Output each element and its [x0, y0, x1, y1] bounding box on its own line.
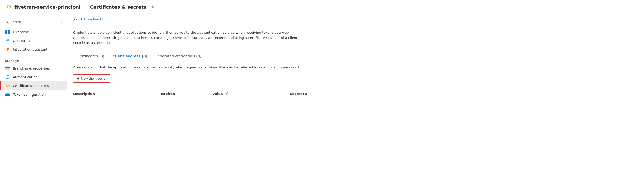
top-bar: fivetran-service-principal | Certificate… — [0, 0, 644, 14]
feedback-bar: Got feedback? — [67, 14, 644, 24]
sidebar-item-quickstart[interactable]: Quickstart — [0, 36, 67, 45]
svg-rect-10 — [5, 93, 10, 94]
svg-rect-4 — [5, 67, 10, 68]
feedback-person-icon — [73, 17, 77, 21]
app-name: fivetran-service-principal — [14, 4, 80, 10]
svg-point-1 — [6, 21, 8, 23]
refresh-icon — [5, 75, 10, 79]
main-layout: « Overview Quickstart — [0, 14, 644, 191]
tab-client-secrets[interactable]: Client secrets (0) — [108, 51, 152, 61]
sidebar-item-label: Integration assistant — [13, 48, 47, 51]
svg-rect-11 — [5, 94, 10, 95]
sidebar-search-row: « — [0, 16, 67, 28]
table-header-row: Description Expires Value i Secret ID — [73, 90, 638, 98]
col-header-value: Value i — [212, 92, 290, 96]
card-icon — [5, 66, 10, 71]
sidebar-item-token[interactable]: Token configuration — [0, 90, 67, 99]
search-box[interactable] — [3, 19, 57, 25]
col-header-expires: Expires — [161, 92, 212, 96]
svg-point-6 — [7, 85, 7, 86]
grid-icon — [5, 30, 10, 34]
content-area: Got feedback? Credentials enable confide… — [67, 14, 644, 191]
key-icon — [5, 4, 11, 11]
bars-icon — [5, 92, 10, 97]
sidebar-item-authentication[interactable]: Authentication — [0, 73, 67, 81]
new-client-secret-label: New client secret — [81, 76, 106, 80]
tab-description-text: A secret string that the application use… — [73, 65, 305, 69]
sidebar: « Overview Quickstart — [0, 14, 67, 191]
page-title: Certificates & secrets — [90, 4, 146, 10]
sidebar-item-branding[interactable]: Branding & properties — [0, 64, 67, 73]
feedback-text[interactable]: Got feedback? — [79, 17, 104, 21]
more-options-icon[interactable]: ··· — [160, 5, 164, 10]
tab-federated-credentials[interactable]: Federated credentials (0) — [152, 51, 205, 61]
value-info-icon[interactable]: i — [225, 92, 228, 96]
svg-line-2 — [8, 23, 9, 24]
key-nav-icon — [5, 83, 10, 88]
pin-icon[interactable] — [152, 5, 156, 10]
col-header-secret-id: Secret ID — [290, 92, 638, 96]
rocket-icon — [5, 47, 10, 52]
title-separator: | — [85, 5, 86, 9]
content-body: Credentials enable confidential applicat… — [67, 24, 644, 104]
credentials-description: Credentials enable confidential applicat… — [73, 30, 305, 45]
sidebar-item-certificates[interactable]: Certificates & secrets — [0, 81, 67, 90]
svg-rect-12 — [5, 95, 10, 96]
sidebar-item-label: Token configuration — [13, 93, 46, 97]
sidebar-item-label: Branding & properties — [13, 66, 50, 70]
plus-icon: + — [77, 76, 79, 81]
collapse-sidebar-button[interactable]: « — [59, 19, 64, 25]
sidebar-divider — [3, 55, 64, 55]
tabs-row: Certificates (0) Client secrets (0) Fede… — [73, 51, 638, 61]
sidebar-item-integration[interactable]: Integration assistant — [0, 45, 67, 54]
sidebar-item-label: Quickstart — [13, 39, 30, 43]
tab-certificates[interactable]: Certificates (0) — [73, 51, 108, 61]
manage-section-label: Manage — [0, 56, 67, 64]
col-header-description: Description — [73, 92, 161, 96]
sidebar-item-label: Overview — [13, 30, 29, 34]
search-input[interactable] — [10, 20, 55, 24]
svg-point-0 — [9, 6, 10, 7]
sidebar-item-overview[interactable]: Overview — [0, 28, 67, 36]
search-icon — [5, 20, 9, 24]
cloud-icon — [5, 38, 10, 43]
svg-point-13 — [75, 18, 76, 19]
sidebar-item-label: Certificates & secrets — [13, 84, 49, 88]
sidebar-item-label: Authentication — [13, 75, 37, 79]
new-client-secret-button[interactable]: + New client secret — [73, 74, 110, 83]
